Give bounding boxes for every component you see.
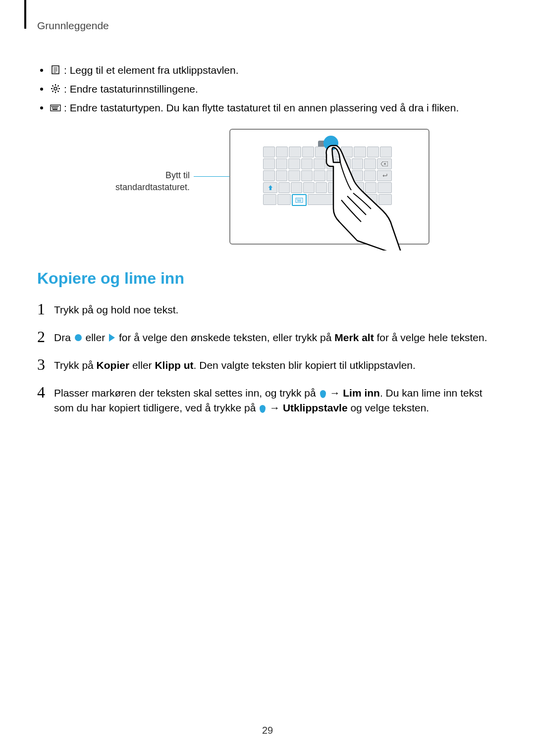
svg-line-11	[57, 91, 58, 92]
svg-point-5	[54, 87, 57, 90]
clipboard-icon	[50, 64, 61, 75]
figure-caption: Bytt til standardtastaturet.	[106, 169, 190, 193]
svg-rect-28	[297, 199, 298, 200]
svg-rect-30	[299, 199, 300, 200]
svg-rect-0	[52, 66, 59, 74]
svg-rect-16	[53, 106, 54, 107]
cursor-handle-icon	[260, 405, 266, 413]
step-number: 1	[37, 302, 54, 316]
section-header: Grunnleggende	[37, 20, 498, 32]
svg-rect-23	[56, 107, 57, 108]
step-text: Plasser markøren der teksten skal settes…	[54, 385, 498, 415]
bullet-text: : Endre tastaturinnstillingene.	[64, 80, 498, 98]
selection-start-handle-icon	[75, 334, 82, 341]
step-text: Trykk på Kopier eller Klipp ut. Den valg…	[54, 357, 498, 373]
keyboard-figure: Bytt til standardtastaturet.	[37, 129, 498, 245]
bullet-text: : Endre tastaturtypen. Du kan flytte tas…	[64, 99, 498, 117]
svg-rect-20	[52, 107, 53, 108]
svg-rect-21	[54, 107, 54, 108]
steps-list: 1 Trykk på og hold noe tekst. 2 Dra elle…	[37, 302, 498, 415]
svg-rect-15	[52, 106, 53, 107]
svg-line-13	[57, 86, 58, 87]
svg-rect-31	[301, 199, 302, 200]
svg-rect-17	[54, 106, 55, 107]
svg-rect-18	[56, 106, 57, 107]
svg-rect-32	[297, 201, 301, 202]
gear-icon	[50, 83, 61, 94]
hand-illustration	[319, 137, 403, 251]
bullet-text: : Legg til et element fra utklippstavlen…	[64, 61, 498, 79]
svg-rect-29	[298, 199, 299, 200]
step-number: 3	[37, 357, 54, 372]
svg-rect-24	[53, 109, 57, 110]
svg-line-12	[53, 91, 54, 92]
selection-end-handle-icon	[109, 334, 115, 342]
svg-rect-27	[296, 198, 303, 202]
svg-rect-22	[55, 107, 56, 108]
icon-bullet-list: : Legg til et element fra utklippstavlen…	[37, 61, 498, 117]
section-title: Kopiere og lime inn	[37, 269, 498, 288]
svg-rect-19	[57, 106, 58, 107]
bullet-dot	[40, 88, 43, 91]
svg-line-10	[53, 86, 54, 87]
cursor-handle-icon	[320, 390, 326, 398]
step-text: Dra eller for å velge den ønskede tekste…	[54, 329, 498, 345]
standard-keyboard-key	[292, 194, 306, 206]
callout-line	[194, 176, 229, 177]
bullet-dot	[40, 106, 43, 109]
step-number: 4	[37, 385, 54, 400]
step-number: 2	[37, 329, 54, 344]
step-text: Trykk på og hold noe tekst.	[54, 302, 498, 317]
bullet-dot	[40, 69, 43, 72]
floating-keyboard-icon	[50, 102, 61, 113]
page-number: 29	[0, 725, 535, 736]
